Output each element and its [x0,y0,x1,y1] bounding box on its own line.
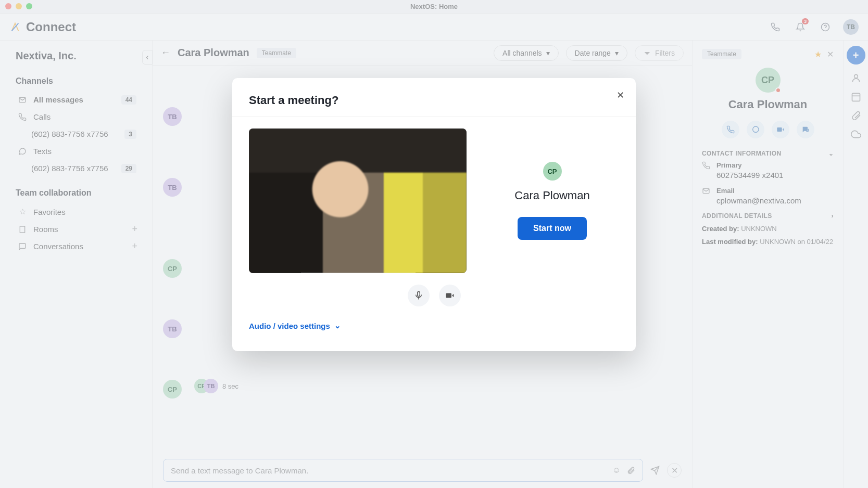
start-meeting-modal: Start a meeting? ✕ ❙❙❙❙ CP Cara Plowman … [232,78,636,351]
av-settings-link[interactable]: Audio / video settings ⌄ [249,321,619,330]
invitee-name: Cara Plowman [514,189,589,202]
invitee-avatar: CP [543,162,562,181]
divider [232,117,636,117]
svg-rect-15 [446,293,451,298]
modal-title: Start a meeting? [249,94,619,107]
mic-toggle-button[interactable] [408,285,430,306]
modal-overlay[interactable]: Start a meeting? ✕ ❙❙❙❙ CP Cara Plowman … [0,0,868,488]
camera-toggle-button[interactable] [439,285,461,306]
svg-rect-13 [417,292,420,297]
camera-preview: ❙❙❙❙ [249,129,467,273]
chevron-down-icon: ⌄ [334,321,341,330]
modal-close-button[interactable]: ✕ [617,89,624,101]
audio-level-icon: ❙❙❙❙ [427,253,458,265]
start-now-button[interactable]: Start now [518,217,587,240]
